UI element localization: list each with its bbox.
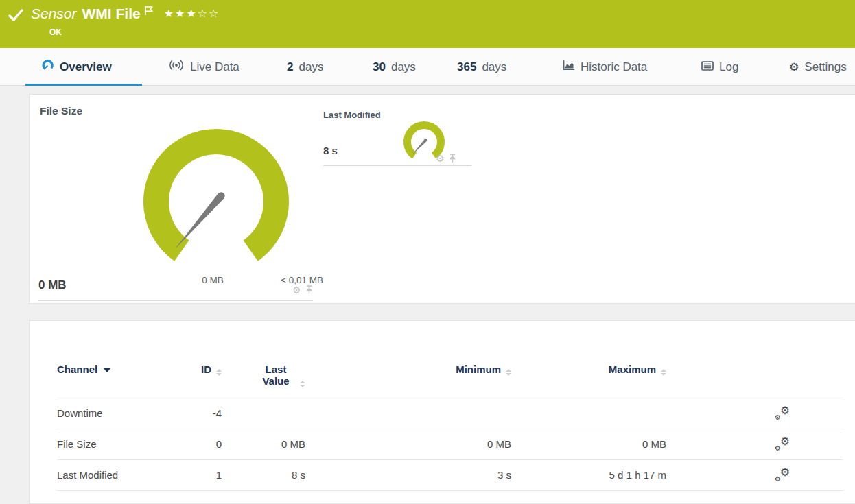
tab-label: days <box>482 60 506 74</box>
gauge-tools: ⚙ <box>292 285 313 298</box>
priority-stars[interactable]: ★★★☆☆ <box>164 7 220 20</box>
tab-label: Overview <box>60 60 112 74</box>
file-size-current-value: 0 MB <box>38 278 67 292</box>
tab-live-data[interactable]: Live Data <box>168 48 239 86</box>
gauge-scale-max: < 0,01 MB <box>257 275 347 285</box>
sort-icon <box>506 369 511 376</box>
tab-label: Live Data <box>190 60 239 74</box>
channels-table-card: Channel ID Last Value Minimum Maximum <box>29 320 855 504</box>
pin-icon[interactable] <box>305 285 313 298</box>
channel-minimum: 3 s <box>305 459 511 490</box>
channel-maximum <box>511 398 666 429</box>
gauge-tools: ⚙ <box>436 154 456 166</box>
area-chart-icon <box>563 60 575 74</box>
tab-label: days <box>298 60 323 74</box>
sensor-type-label: Sensor <box>31 4 77 23</box>
gauge-title-last-modified: Last Modified <box>323 110 381 120</box>
sort-icon <box>216 369 222 376</box>
channel-name: File Size <box>57 429 180 459</box>
channel-settings-gears-icon[interactable]: ⚙⚙ <box>775 468 790 480</box>
tab-label: Historic Data <box>581 60 647 74</box>
prtg-sensor-page: Sensor WMI File ★★★☆☆ OK Overview <box>0 0 855 504</box>
tab-settings[interactable]: ⚙ Settings <box>789 48 847 86</box>
tab-30-days[interactable]: 30 days <box>373 48 416 86</box>
column-header-id[interactable]: ID <box>180 352 222 398</box>
channel-minimum <box>305 398 511 429</box>
panel-divider <box>323 165 471 166</box>
channel-maximum: 0 MB <box>511 429 666 459</box>
tab-label: days <box>391 60 416 74</box>
channel-last-value <box>222 398 305 429</box>
tab-label: Log <box>719 60 738 74</box>
table-row-file-size: File Size 0 0 MB 0 MB 0 MB ⚙⚙ <box>57 429 843 459</box>
channel-settings-gears-icon[interactable]: ⚙⚙ <box>775 437 790 449</box>
column-header-maximum[interactable]: Maximum <box>511 352 666 398</box>
sensor-header: Sensor WMI File ★★★☆☆ OK <box>0 0 855 48</box>
pin-icon[interactable] <box>449 154 456 166</box>
tab-label: Settings <box>804 60 846 74</box>
log-list-icon <box>701 60 714 74</box>
channel-name: Last Modified <box>57 459 180 490</box>
channel-last-value: 8 s <box>222 459 305 490</box>
file-size-gauge <box>139 125 293 278</box>
column-header-channel[interactable]: Channel <box>57 352 180 398</box>
channel-id: 0 <box>180 429 222 459</box>
tab-days-count: 365 <box>457 60 476 74</box>
live-signal-icon <box>168 60 185 74</box>
channel-minimum: 0 MB <box>305 429 511 459</box>
column-label: Last Value <box>257 363 295 387</box>
channel-name: Downtime <box>57 398 180 429</box>
panel-divider <box>38 300 313 301</box>
tab-historic-data[interactable]: Historic Data <box>563 48 647 86</box>
column-header-last-value[interactable]: Last Value <box>222 352 305 398</box>
sort-icon <box>300 381 305 387</box>
tab-overview[interactable]: Overview <box>41 48 112 86</box>
sort-caret-down-icon <box>104 368 110 372</box>
gauge-settings-gear-icon[interactable]: ⚙ <box>292 285 301 295</box>
tab-bar: Overview Live Data 2 days 30 days 365 da… <box>0 48 855 86</box>
table-row-last-modified: Last Modified 1 8 s 3 s 5 d 1 h 17 m ⚙⚙ <box>57 459 843 490</box>
tab-days-count: 30 <box>373 60 386 74</box>
flag-icon[interactable] <box>144 5 154 19</box>
tab-2-days[interactable]: 2 days <box>287 48 323 86</box>
table-row-downtime: Downtime -4 ⚙⚙ <box>57 398 843 429</box>
tab-365-days[interactable]: 365 days <box>457 48 506 86</box>
status-check-icon <box>8 9 24 25</box>
tab-days-count: 2 <box>287 60 293 74</box>
column-header-minimum[interactable]: Minimum <box>305 352 511 398</box>
status-badge: OK <box>49 27 62 37</box>
channel-last-value: 0 MB <box>222 429 305 459</box>
last-modified-current-value: 8 s <box>323 145 338 156</box>
gauge-scale-min: 0 MB <box>168 275 257 285</box>
tab-log[interactable]: Log <box>701 48 738 86</box>
table-header-row: Channel ID Last Value Minimum Maximum <box>57 352 843 398</box>
channel-maximum: 5 d 1 h 17 m <box>511 459 666 490</box>
column-label: Channel <box>57 363 97 375</box>
sensor-title-row: Sensor WMI File ★★★☆☆ <box>8 4 220 25</box>
channel-settings-gears-icon[interactable]: ⚙⚙ <box>775 406 790 418</box>
gauge-title-file-size: File Size <box>40 105 82 117</box>
gauge-settings-gear-icon[interactable]: ⚙ <box>436 154 445 163</box>
channels-table: Channel ID Last Value Minimum Maximum <box>57 352 843 491</box>
gauge-icon <box>41 59 54 75</box>
sort-icon <box>661 369 666 376</box>
channel-id: 1 <box>180 459 222 490</box>
column-header-actions <box>666 352 843 398</box>
gear-icon: ⚙ <box>789 62 799 73</box>
overview-gauges-card: File Size 0 MB < 0,01 MB 0 MB ⚙ Last Mod… <box>29 94 855 304</box>
channel-id: -4 <box>180 398 222 429</box>
column-label: ID <box>201 363 211 375</box>
column-label: Maximum <box>609 363 656 375</box>
sensor-name: WMI File <box>82 4 141 23</box>
column-label: Minimum <box>456 363 501 375</box>
active-tab-underline <box>25 84 142 86</box>
